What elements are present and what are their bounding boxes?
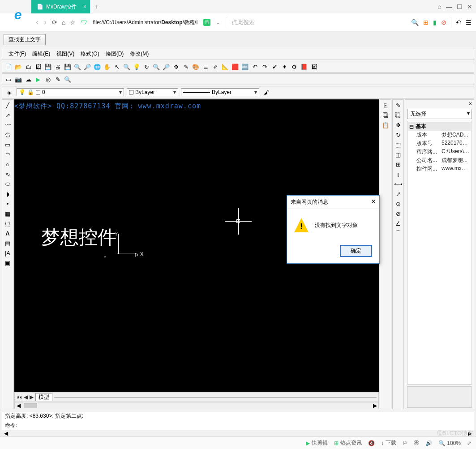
menu-format[interactable]: 格式(O) xyxy=(78,49,102,59)
search-icon[interactable]: 🔍 xyxy=(411,19,419,26)
collapse-icon[interactable]: ⊟ xyxy=(409,124,414,130)
ellipse-arc-icon[interactable]: ◗ xyxy=(3,189,12,198)
brush-icon[interactable]: 🖌 xyxy=(262,88,271,97)
erase-icon[interactable]: ✎ xyxy=(394,101,403,110)
ie-mode-icon[interactable]: ⓔ xyxy=(414,439,419,447)
home-button[interactable]: ⌂ xyxy=(62,19,65,26)
dim-arc-icon[interactable]: ⌒ xyxy=(394,229,403,238)
scroll-right-icon[interactable]: ▶ xyxy=(371,402,378,409)
globe-icon[interactable]: 🌐 xyxy=(93,62,102,71)
ellipse-icon[interactable]: ⬭ xyxy=(3,180,12,188)
layer-select[interactable]: 💡 🔒 0 xyxy=(17,88,124,96)
open-icon[interactable]: 📂 xyxy=(14,62,23,71)
align-icon[interactable]: ⫿ xyxy=(394,170,403,179)
dim-align-icon[interactable]: ⤢ xyxy=(394,189,403,198)
array-icon[interactable]: ⊞ xyxy=(394,160,403,169)
zoom-win-icon[interactable]: 🔍 xyxy=(152,62,161,71)
menu-file[interactable]: 文件(F) xyxy=(6,49,29,59)
polygon-icon[interactable]: ⬠ xyxy=(3,130,12,139)
scroll-left-icon[interactable]: ◀ xyxy=(15,402,22,409)
menu-icon[interactable]: ☰ xyxy=(466,19,472,26)
ok-button[interactable]: 确定 xyxy=(340,245,372,257)
copyobj-icon[interactable]: ⿻ xyxy=(394,111,403,120)
cloud-icon[interactable]: ☁ xyxy=(24,75,33,84)
folder-icon[interactable]: 🗂 xyxy=(24,62,33,71)
doc-icon[interactable]: ▭ xyxy=(4,75,13,84)
tab-prev-icon[interactable]: ◀ xyxy=(24,394,28,400)
property-row[interactable]: 程序路...C:\Users\A... xyxy=(408,148,471,156)
mirror-icon[interactable]: ◫ xyxy=(394,150,403,159)
dialog-close-icon[interactable]: ✕ xyxy=(371,198,376,206)
circle-icon[interactable]: ○ xyxy=(3,160,12,169)
pencil-icon[interactable]: ✎ xyxy=(181,62,190,71)
pan-icon[interactable]: ✋ xyxy=(103,62,111,71)
move-center-icon[interactable]: ✥ xyxy=(172,62,180,71)
panel-close-icon[interactable]: × xyxy=(405,100,474,108)
play-icon[interactable]: ▶ xyxy=(34,75,43,84)
move-icon[interactable]: ✥ xyxy=(394,120,403,129)
copy-icon[interactable]: ⎘ xyxy=(381,101,390,110)
menu-edit[interactable]: 编辑(E) xyxy=(30,49,53,59)
layers-icon[interactable]: ≣ xyxy=(201,62,210,71)
refresh-icon[interactable]: ⟳ xyxy=(52,19,57,26)
style-icon[interactable]: 🔤 xyxy=(240,62,249,71)
check-icon[interactable]: ✔ xyxy=(270,62,279,71)
pdf-icon[interactable]: 📕 xyxy=(300,62,309,71)
undo-icon[interactable]: ↶ xyxy=(250,62,259,71)
star-icon[interactable]: ✦ xyxy=(280,62,289,71)
cursor-icon[interactable]: ↖ xyxy=(112,62,121,71)
book-icon[interactable]: ▮ xyxy=(433,19,437,26)
property-row[interactable]: 公司名...成都梦想... xyxy=(408,156,471,165)
zoom-in-icon[interactable]: 🔍 xyxy=(73,62,82,71)
hatch-icon[interactable]: ▦ xyxy=(3,209,12,218)
new-tab-button[interactable]: + xyxy=(90,3,103,10)
target-icon[interactable]: ◎ xyxy=(43,75,52,84)
zoom-label[interactable]: 🔍 100% xyxy=(438,440,461,446)
block-icon[interactable]: ⊘ xyxy=(441,19,446,26)
url-text[interactable]: file:///C:/Users/Administrator/Desktop/教… xyxy=(93,18,197,26)
layer-manager-icon[interactable]: ◈ xyxy=(5,88,14,97)
mtext-icon[interactable]: ▤ xyxy=(3,239,12,248)
rect-icon[interactable]: ▭ xyxy=(3,140,12,149)
color-select[interactable]: ByLayer xyxy=(127,88,178,96)
property-row[interactable]: 控件网...www.mxdr... xyxy=(408,165,471,173)
pic-icon[interactable]: 🖼 xyxy=(309,62,318,71)
clip-button[interactable]: ▶快剪辑 xyxy=(306,439,328,447)
shield-icon[interactable]: 🛡 xyxy=(81,19,87,26)
scroll-thumb[interactable] xyxy=(24,403,37,408)
property-row[interactable]: 版本号5220170808 xyxy=(408,139,471,148)
arc-icon[interactable]: ◠ xyxy=(3,150,12,159)
point-icon[interactable]: • xyxy=(3,199,12,208)
redo-icon[interactable]: ↷ xyxy=(260,62,269,71)
minimize-icon[interactable]: — xyxy=(446,3,452,10)
spline-icon[interactable]: ∿ xyxy=(3,170,12,179)
tab-next-icon[interactable]: ▶ xyxy=(30,394,34,400)
speaker-icon[interactable]: 🔊 xyxy=(425,440,432,446)
browser-tab[interactable]: 📄 MxDraw控件 × xyxy=(31,0,90,13)
block-icon[interactable]: ⬚ xyxy=(3,219,12,228)
linetype-select[interactable]: ByLayer xyxy=(181,88,259,96)
news-button[interactable]: ⊞热点资讯 xyxy=(334,439,362,447)
h-scrollbar[interactable]: ◀ ▶ xyxy=(14,402,379,409)
home-icon[interactable]: ⌂ xyxy=(438,3,442,10)
palette-icon[interactable]: 🎨 xyxy=(191,62,200,71)
new-icon[interactable]: 📄 xyxy=(4,62,13,71)
undo-icon[interactable]: ↶ xyxy=(456,19,461,26)
dim-angle-icon[interactable]: ∠ xyxy=(394,219,403,228)
refresh2-icon[interactable]: ↻ xyxy=(142,62,151,71)
print-icon[interactable]: 🖨 xyxy=(53,62,62,71)
save-icon[interactable]: 💾 xyxy=(43,62,52,71)
zoom2-icon[interactable]: 🔎 xyxy=(162,62,171,71)
menu-view[interactable]: 视图(V) xyxy=(54,49,77,59)
find-icon[interactable]: 🔍 xyxy=(63,75,72,84)
text-a-icon[interactable]: A xyxy=(3,229,12,238)
select-icon[interactable]: ⬚ xyxy=(394,140,403,149)
region-icon[interactable]: ▣ xyxy=(3,258,12,267)
paste-icon[interactable]: 📋 xyxy=(381,120,390,129)
image-icon[interactable]: 🖼 xyxy=(34,62,43,71)
ruler-icon[interactable]: 📐 xyxy=(221,62,230,71)
color-icon[interactable]: 🟥 xyxy=(231,62,240,71)
cmd-scroll-left-icon[interactable]: ◀ xyxy=(4,430,8,436)
edit-icon[interactable]: ✐ xyxy=(211,62,220,71)
ray-icon[interactable]: ↗ xyxy=(3,111,12,120)
